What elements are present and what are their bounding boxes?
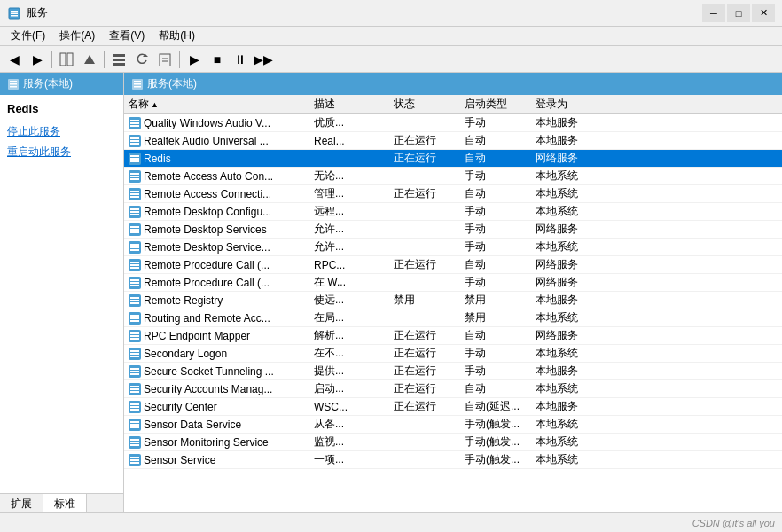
service-icon — [128, 116, 142, 130]
stop-button[interactable]: ■ — [207, 49, 228, 70]
forward-button[interactable]: ▶ — [27, 49, 48, 70]
service-login: 网络服务 — [532, 257, 612, 272]
table-row[interactable]: Routing and Remote Acc...在局...禁用本地系统 — [124, 309, 782, 327]
svg-rect-101 — [130, 462, 139, 464]
maximize-button[interactable]: □ — [727, 4, 750, 22]
table-row[interactable]: Remote Registry使远...禁用禁用本地服务 — [124, 292, 782, 309]
service-desc: 使远... — [310, 293, 390, 308]
svg-rect-25 — [130, 125, 139, 127]
table-row[interactable]: Sensor Service一项...手动(触发...本地系统 — [124, 451, 782, 469]
svg-rect-76 — [130, 353, 139, 355]
service-name-cell: Remote Access Connecti... — [124, 187, 310, 201]
col-header-desc[interactable]: 描述 — [310, 97, 390, 112]
toolbar: ◀ ▶ ▶ ■ ⏸ ▶▶ — [0, 46, 782, 73]
up-button[interactable] — [79, 49, 100, 70]
col-header-name[interactable]: 名称 ▲ — [124, 97, 310, 112]
service-startup: 手动 — [461, 346, 532, 361]
play-button[interactable]: ▶ — [184, 49, 205, 70]
service-status: 正在运行 — [390, 381, 461, 396]
table-row[interactable]: Security Accounts Manag...启动...正在运行自动本地系… — [124, 380, 782, 398]
table-row[interactable]: RPC Endpoint Mapper解析...正在运行自动网络服务 — [124, 327, 782, 345]
menu-action[interactable]: 操作(A) — [52, 27, 102, 45]
table-row[interactable]: Realtek Audio Universal ...Real...正在运行自动… — [124, 132, 782, 150]
service-startup: 手动 — [461, 168, 532, 184]
service-name: Routing and Remote Acc... — [144, 312, 270, 325]
service-login: 网络服务 — [532, 275, 612, 290]
service-name-cell: Quality Windows Audio V... — [124, 116, 310, 130]
table-row[interactable]: Secondary Logon在不...正在运行手动本地系统 — [124, 345, 782, 363]
table-row[interactable]: Sensor Monitoring Service监视...手动(触发...本地… — [124, 434, 782, 451]
service-name-cell: Secure Socket Tunneling ... — [124, 364, 310, 379]
service-icon — [128, 223, 142, 237]
table-row[interactable]: Remote Procedure Call (... 在 W...手动网络服务 — [124, 274, 782, 292]
service-name-cell: Remote Procedure Call (... — [124, 276, 310, 290]
service-name-cell: Sensor Monitoring Service — [124, 435, 310, 450]
service-login: 本地服务 — [532, 293, 612, 308]
service-icon — [128, 258, 142, 272]
table-row[interactable]: Remote Access Connecti...管理...正在运行自动本地系统 — [124, 185, 782, 203]
export-button[interactable] — [154, 49, 176, 70]
table-row[interactable]: Quality Windows Audio V...优质...手动本地服务 — [124, 114, 782, 132]
menu-help[interactable]: 帮助(H) — [152, 27, 202, 45]
service-login: 本地服务 — [532, 115, 612, 130]
table-body: Quality Windows Audio V...优质...手动本地服务 Re… — [124, 114, 782, 512]
service-startup: 手动 — [461, 364, 532, 379]
toolbar-sep-1 — [51, 51, 52, 68]
svg-rect-8 — [113, 59, 125, 61]
close-button[interactable]: ✕ — [752, 4, 775, 22]
table-row[interactable]: Remote Desktop Services允许...手动网络服务 — [124, 221, 782, 239]
service-status: 正在运行 — [390, 151, 461, 166]
menu-view[interactable]: 查看(V) — [102, 27, 152, 45]
service-icon — [128, 205, 142, 219]
service-name-cell: Redis — [124, 152, 310, 166]
table-row[interactable]: Redis正在运行自动网络服务 — [124, 150, 782, 168]
service-desc: 允许... — [310, 222, 390, 237]
svg-rect-89 — [130, 409, 139, 411]
menu-file[interactable]: 文件(F) — [4, 27, 52, 45]
svg-rect-100 — [130, 459, 139, 461]
right-panel-header: 服务(本地) — [124, 73, 782, 95]
svg-rect-60 — [130, 282, 139, 284]
window-title: 服务 — [27, 5, 702, 20]
service-startup: 自动 — [461, 133, 532, 148]
service-startup: 自动 — [461, 151, 532, 166]
show-list-button[interactable] — [108, 49, 129, 70]
table-header: 名称 ▲ 描述 状态 启动类型 登录为 — [124, 95, 782, 114]
table-row[interactable]: Remote Desktop Configu...远程...手动本地系统 — [124, 203, 782, 221]
svg-rect-52 — [130, 246, 139, 248]
service-icon — [128, 169, 142, 184]
refresh-button[interactable] — [131, 49, 152, 70]
service-status: 正在运行 — [390, 133, 461, 148]
table-row[interactable]: Sensor Data Service从各...手动(触发...本地系统 — [124, 416, 782, 434]
table-row[interactable]: Secure Socket Tunneling ...提供...正在运行手动本地… — [124, 363, 782, 380]
table-row[interactable]: Remote Procedure Call (... RPC...正在运行自动网… — [124, 256, 782, 274]
tab-expand[interactable]: 扩展 — [0, 494, 43, 512]
stop-service-link[interactable]: 停止此服务 — [7, 124, 116, 139]
svg-rect-83 — [130, 386, 139, 387]
table-row[interactable]: Remote Desktop Service...允许...手动本地系统 — [124, 239, 782, 256]
svg-rect-93 — [130, 426, 139, 428]
back-button[interactable]: ◀ — [4, 49, 25, 70]
service-startup: 禁用 — [461, 310, 532, 325]
col-header-login[interactable]: 登录为 — [532, 97, 612, 112]
service-login: 本地系统 — [532, 452, 612, 467]
col-header-status[interactable]: 状态 — [390, 97, 461, 112]
service-startup: 手动 — [461, 204, 532, 219]
col-header-startup[interactable]: 启动类型 — [461, 97, 532, 112]
table-row[interactable]: Remote Access Auto Con...无论...手动本地系统 — [124, 168, 782, 185]
tab-standard[interactable]: 标准 — [43, 494, 87, 512]
svg-rect-33 — [130, 160, 139, 162]
service-name: Remote Desktop Services — [144, 223, 267, 236]
svg-rect-1 — [11, 11, 18, 12]
service-startup: 禁用 — [461, 293, 532, 308]
svg-rect-87 — [130, 403, 139, 405]
service-login: 本地系统 — [532, 239, 612, 254]
pause-button[interactable]: ⏸ — [230, 49, 251, 70]
minimize-button[interactable]: ─ — [702, 4, 725, 22]
restart-service-link[interactable]: 重启动此服务 — [7, 145, 116, 160]
table-row[interactable]: Security CenterWSC...正在运行自动(延迟...本地服务 — [124, 398, 782, 416]
restart-button[interactable]: ▶▶ — [253, 49, 274, 70]
show-hide-tree-button[interactable] — [56, 49, 77, 70]
service-desc: 在 W... — [310, 275, 390, 290]
svg-rect-63 — [130, 297, 139, 299]
